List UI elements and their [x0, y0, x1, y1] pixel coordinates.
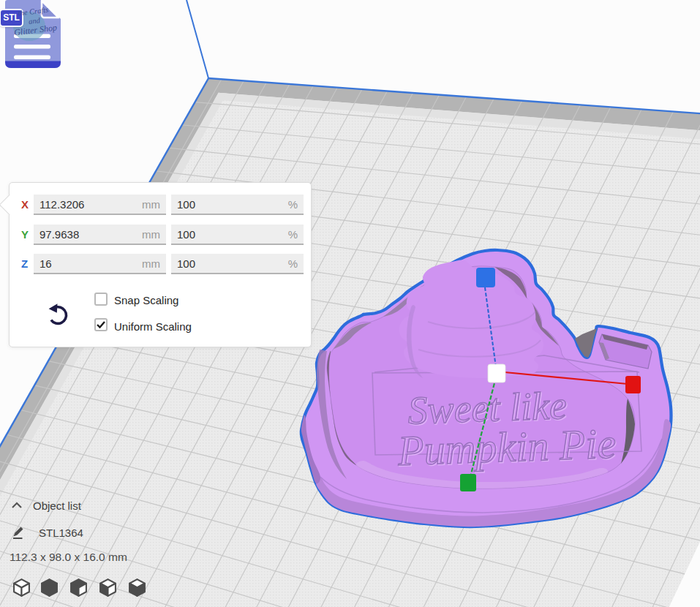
svg-text:Pumpkin Pie: Pumpkin Pie — [396, 420, 617, 475]
